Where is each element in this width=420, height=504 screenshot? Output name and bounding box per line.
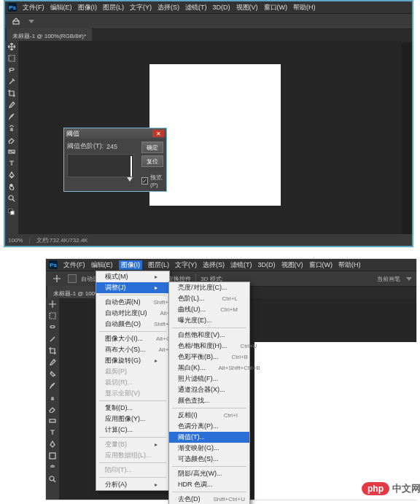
menu-window[interactable]: 窗口(W)	[264, 3, 288, 12]
lasso-tool-icon[interactable]	[5, 64, 18, 76]
eyedropper-tool-icon[interactable]	[46, 357, 59, 368]
menu-item[interactable]: 自动色调(N)Shift+Ctrl+L	[96, 297, 169, 308]
crop-tool-icon[interactable]	[5, 88, 18, 99]
menu-filter[interactable]: 滤镜(T)	[230, 260, 252, 270]
toolbox[interactable]	[5, 41, 18, 234]
canvas-viewport[interactable]: 阈值 ✕ 阈值色阶(T): 245 确定 复位	[18, 41, 402, 234]
menu-item[interactable]: 分析(A)	[96, 479, 169, 490]
menu-item[interactable]: 黑白(K)...Alt+Shift+Ctrl+B	[169, 363, 249, 373]
menu-help[interactable]: 帮助(H)	[293, 3, 316, 12]
menu-item[interactable]: 模式(M)	[96, 271, 169, 282]
menu-layer[interactable]: 图层(L)	[103, 3, 124, 12]
eraser-tool-icon[interactable]	[5, 134, 18, 146]
hand-tool-icon[interactable]	[46, 462, 59, 473]
type-tool-icon[interactable]	[46, 427, 59, 438]
menu-help[interactable]: 帮助(H)	[338, 260, 361, 270]
menu-window[interactable]: 窗口(W)	[309, 260, 333, 270]
menu-3d[interactable]: 3D(D)	[258, 261, 276, 268]
status-zoom[interactable]: 100%	[8, 237, 23, 244]
menu-type[interactable]: 文字(Y)	[130, 3, 152, 12]
menu-item[interactable]: 通道混合器(X)...	[169, 384, 249, 395]
menu-file[interactable]: 文件(F)	[23, 3, 44, 12]
menu-item[interactable]: 画布大小(S)...Alt+Ctrl+C	[96, 344, 169, 355]
eraser-tool-icon[interactable]	[46, 403, 59, 415]
menu-item[interactable]: 反相(I)Ctrl+I	[169, 410, 249, 421]
move-preset-icon[interactable]	[50, 273, 63, 284]
menu-item[interactable]: 计算(C)...	[96, 424, 169, 435]
menu-edit[interactable]: 编辑(E)	[91, 260, 113, 270]
menubar[interactable]: Ps 文件(F) 编辑(E) 图像(I) 图层(L) 文字(Y) 选择(S) 滤…	[5, 1, 412, 14]
menu-type[interactable]: 文字(Y)	[175, 260, 197, 270]
eyedropper-tool-icon[interactable]	[5, 99, 18, 111]
menu-item[interactable]: 自动颜色(O)Shift+Ctrl+B	[96, 319, 169, 330]
menu-item[interactable]: 颜色查找...	[169, 395, 249, 406]
menu-edit[interactable]: 编辑(E)	[50, 3, 72, 12]
menu-item[interactable]: HDR 色调...	[169, 479, 249, 490]
autoselect-checkbox[interactable]	[68, 274, 77, 283]
menu-item[interactable]: 亮度/对比度(C)...	[169, 282, 249, 293]
menu-file[interactable]: 文件(F)	[63, 260, 85, 270]
brush-tool-icon[interactable]	[46, 380, 59, 392]
menu-item[interactable]: 色相/饱和度(H)...Ctrl+U	[169, 341, 249, 352]
wand-tool-icon[interactable]	[5, 76, 18, 88]
proof-setup[interactable]: 当前画笔	[377, 275, 400, 283]
menu-item[interactable]: 阈值(T)...	[169, 432, 249, 443]
ok-button[interactable]: 确定	[141, 141, 163, 153]
menu-item[interactable]: 色调分离(P)...	[169, 421, 249, 432]
menu-item[interactable]: 自然饱和度(V)...	[169, 330, 249, 341]
menu-item[interactable]: 渐变映射(G)...	[169, 443, 249, 454]
type-tool-icon[interactable]	[5, 158, 18, 169]
image-menu[interactable]: 模式(M)调整(J)自动色调(N)Shift+Ctrl+L自动对比度(U)Alt…	[96, 271, 170, 491]
menu-item[interactable]: 照片滤镜(F)...	[169, 373, 249, 384]
menubar[interactable]: Ps 文件(F) 编辑(E) 图像(I) 图层(L) 文字(Y) 选择(S) 滤…	[46, 259, 416, 271]
menu-item[interactable]: 色阶(L)...Ctrl+L	[169, 293, 249, 304]
toolbox[interactable]	[46, 298, 59, 500]
preview-checkbox[interactable]: ✓ 预览(P)	[141, 174, 163, 188]
adjustments-submenu[interactable]: 亮度/对比度(C)...色阶(L)...Ctrl+L曲线(U)...Ctrl+M…	[168, 282, 250, 504]
menu-filter[interactable]: 滤镜(T)	[185, 3, 207, 12]
menu-layer[interactable]: 图层(L)	[148, 260, 169, 270]
stamp-tool-icon[interactable]	[46, 392, 59, 403]
tool-preset-icon[interactable]	[9, 15, 23, 27]
menu-select[interactable]: 选择(S)	[158, 3, 179, 12]
menu-item[interactable]: 自动对比度(U)Alt+Shift+Ctrl+L	[96, 308, 169, 319]
marquee-tool-icon[interactable]	[46, 310, 59, 322]
gradient-tool-icon[interactable]	[46, 415, 59, 427]
close-icon[interactable]: ✕	[152, 130, 164, 137]
menu-item[interactable]: 应用图像(Y)...	[96, 414, 169, 424]
shape-tool-icon[interactable]	[46, 450, 59, 462]
threshold-slider[interactable]	[67, 177, 133, 183]
wand-tool-icon[interactable]	[46, 333, 59, 345]
zoom-tool-icon[interactable]	[5, 193, 18, 204]
dialog-titlebar[interactable]: 阈值 ✕	[64, 128, 166, 139]
brush-tool-icon[interactable]	[5, 111, 18, 123]
menu-item[interactable]: 可选颜色(S)...	[169, 454, 249, 465]
menu-view[interactable]: 视图(V)	[236, 3, 258, 12]
menu-3d[interactable]: 3D(D)	[213, 4, 230, 11]
menu-item[interactable]: 曲线(U)...Ctrl+M	[169, 304, 249, 315]
menu-item[interactable]: 阴影/高光(W)...	[169, 468, 249, 479]
menu-item[interactable]: 去色(D)Shift+Ctrl+U	[169, 494, 249, 504]
menu-item[interactable]: 色彩平衡(B)...Ctrl+B	[169, 352, 249, 363]
cancel-button[interactable]: 复位	[141, 155, 163, 167]
gradient-tool-icon[interactable]	[5, 146, 18, 158]
menu-select[interactable]: 选择(S)	[203, 260, 225, 270]
menu-item[interactable]: 图像大小(I)...Alt+Ctrl+I	[96, 333, 169, 344]
pen-tool-icon[interactable]	[5, 169, 18, 181]
chevron-down-icon[interactable]	[28, 20, 34, 23]
color-swatch-icon[interactable]	[5, 204, 18, 219]
move-tool-icon[interactable]	[46, 298, 59, 310]
menu-image[interactable]: 图像(I)	[119, 260, 143, 270]
menu-view[interactable]: 视图(V)	[281, 260, 303, 270]
menu-item[interactable]: 图像旋转(G)	[96, 355, 169, 366]
crop-tool-icon[interactable]	[46, 345, 59, 357]
hand-tool-icon[interactable]	[5, 181, 18, 193]
menu-image[interactable]: 图像(I)	[78, 3, 98, 12]
menu-item[interactable]: 复制(D)...	[96, 403, 169, 414]
pen-tool-icon[interactable]	[46, 438, 59, 450]
chevron-down-icon[interactable]	[406, 277, 412, 281]
menu-item[interactable]: 曝光度(E)...	[169, 315, 249, 326]
move-tool-icon[interactable]	[5, 41, 18, 53]
lasso-tool-icon[interactable]	[46, 322, 59, 333]
threshold-value[interactable]: 245	[106, 143, 117, 150]
